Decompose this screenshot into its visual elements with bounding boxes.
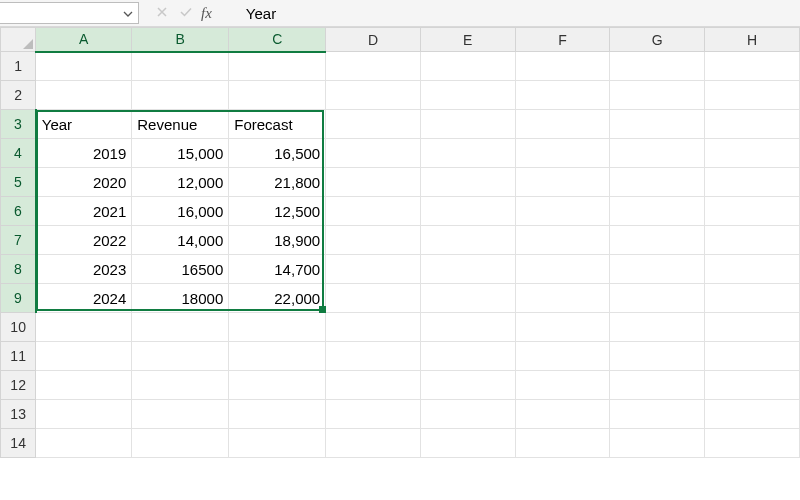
cell-D12[interactable] bbox=[326, 371, 421, 400]
cell-D4[interactable] bbox=[326, 139, 421, 168]
cell-H10[interactable] bbox=[705, 313, 800, 342]
cell-A14[interactable] bbox=[36, 429, 132, 458]
cell-C5[interactable]: 21,800 bbox=[229, 168, 326, 197]
cell-A12[interactable] bbox=[36, 371, 132, 400]
cell-D7[interactable] bbox=[326, 226, 421, 255]
cell-C2[interactable] bbox=[229, 81, 326, 110]
cell-G11[interactable] bbox=[610, 342, 705, 371]
cell-A6[interactable]: 2021 bbox=[36, 197, 132, 226]
cell-B9[interactable]: 18000 bbox=[132, 284, 229, 313]
cell-E11[interactable] bbox=[420, 342, 515, 371]
cell-D2[interactable] bbox=[326, 81, 421, 110]
cell-C7[interactable]: 18,900 bbox=[229, 226, 326, 255]
cell-F1[interactable] bbox=[515, 52, 610, 81]
cell-B11[interactable] bbox=[132, 342, 229, 371]
cell-F12[interactable] bbox=[515, 371, 610, 400]
cell-G14[interactable] bbox=[610, 429, 705, 458]
cell-A9[interactable]: 2024 bbox=[36, 284, 132, 313]
column-header-A[interactable]: A bbox=[36, 28, 132, 52]
row-header-12[interactable]: 12 bbox=[1, 371, 36, 400]
cell-D11[interactable] bbox=[326, 342, 421, 371]
cell-D5[interactable] bbox=[326, 168, 421, 197]
row-header-7[interactable]: 7 bbox=[1, 226, 36, 255]
cell-G2[interactable] bbox=[610, 81, 705, 110]
cell-F7[interactable] bbox=[515, 226, 610, 255]
cell-H4[interactable] bbox=[705, 139, 800, 168]
cell-E12[interactable] bbox=[420, 371, 515, 400]
row-header-3[interactable]: 3 bbox=[1, 110, 36, 139]
cell-A13[interactable] bbox=[36, 400, 132, 429]
cell-A4[interactable]: 2019 bbox=[36, 139, 132, 168]
cell-F4[interactable] bbox=[515, 139, 610, 168]
cell-G13[interactable] bbox=[610, 400, 705, 429]
cell-F10[interactable] bbox=[515, 313, 610, 342]
column-header-H[interactable]: H bbox=[705, 28, 800, 52]
cell-F8[interactable] bbox=[515, 255, 610, 284]
cell-F14[interactable] bbox=[515, 429, 610, 458]
cell-H7[interactable] bbox=[705, 226, 800, 255]
row-header-14[interactable]: 14 bbox=[1, 429, 36, 458]
cell-A2[interactable] bbox=[36, 81, 132, 110]
cell-H13[interactable] bbox=[705, 400, 800, 429]
column-header-E[interactable]: E bbox=[420, 28, 515, 52]
cell-E8[interactable] bbox=[420, 255, 515, 284]
cell-D10[interactable] bbox=[326, 313, 421, 342]
cell-H8[interactable] bbox=[705, 255, 800, 284]
cell-G4[interactable] bbox=[610, 139, 705, 168]
cell-D13[interactable] bbox=[326, 400, 421, 429]
cell-D6[interactable] bbox=[326, 197, 421, 226]
cell-H3[interactable] bbox=[705, 110, 800, 139]
cell-B1[interactable] bbox=[132, 52, 229, 81]
cell-G6[interactable] bbox=[610, 197, 705, 226]
cell-A1[interactable] bbox=[36, 52, 132, 81]
cell-D14[interactable] bbox=[326, 429, 421, 458]
cell-G3[interactable] bbox=[610, 110, 705, 139]
row-header-5[interactable]: 5 bbox=[1, 168, 36, 197]
cell-A8[interactable]: 2023 bbox=[36, 255, 132, 284]
cell-C8[interactable]: 14,700 bbox=[229, 255, 326, 284]
cell-E13[interactable] bbox=[420, 400, 515, 429]
cell-A10[interactable] bbox=[36, 313, 132, 342]
row-header-4[interactable]: 4 bbox=[1, 139, 36, 168]
column-header-D[interactable]: D bbox=[326, 28, 421, 52]
fx-icon[interactable]: fx bbox=[201, 5, 212, 22]
cell-E5[interactable] bbox=[420, 168, 515, 197]
cell-G10[interactable] bbox=[610, 313, 705, 342]
spreadsheet-grid[interactable]: ABCDEFGH123YearRevenueForecast4201915,00… bbox=[0, 27, 800, 458]
column-header-B[interactable]: B bbox=[132, 28, 229, 52]
cell-E6[interactable] bbox=[420, 197, 515, 226]
cell-C10[interactable] bbox=[229, 313, 326, 342]
cell-E9[interactable] bbox=[420, 284, 515, 313]
row-header-10[interactable]: 10 bbox=[1, 313, 36, 342]
cell-E10[interactable] bbox=[420, 313, 515, 342]
cell-H11[interactable] bbox=[705, 342, 800, 371]
cell-B13[interactable] bbox=[132, 400, 229, 429]
cell-E4[interactable] bbox=[420, 139, 515, 168]
cell-E1[interactable] bbox=[420, 52, 515, 81]
name-box-input[interactable] bbox=[0, 3, 138, 23]
select-all-corner[interactable] bbox=[1, 28, 36, 52]
cell-G7[interactable] bbox=[610, 226, 705, 255]
cell-B7[interactable]: 14,000 bbox=[132, 226, 229, 255]
row-header-1[interactable]: 1 bbox=[1, 52, 36, 81]
name-box-wrap[interactable] bbox=[0, 2, 139, 24]
cell-B4[interactable]: 15,000 bbox=[132, 139, 229, 168]
cell-D8[interactable] bbox=[326, 255, 421, 284]
cell-C1[interactable] bbox=[229, 52, 326, 81]
row-header-11[interactable]: 11 bbox=[1, 342, 36, 371]
column-header-G[interactable]: G bbox=[610, 28, 705, 52]
row-header-2[interactable]: 2 bbox=[1, 81, 36, 110]
cell-C12[interactable] bbox=[229, 371, 326, 400]
cell-C9[interactable]: 22,000 bbox=[229, 284, 326, 313]
cell-C4[interactable]: 16,500 bbox=[229, 139, 326, 168]
column-header-C[interactable]: C bbox=[229, 28, 326, 52]
cell-F11[interactable] bbox=[515, 342, 610, 371]
cell-C14[interactable] bbox=[229, 429, 326, 458]
cell-H1[interactable] bbox=[705, 52, 800, 81]
cell-H9[interactable] bbox=[705, 284, 800, 313]
cell-E7[interactable] bbox=[420, 226, 515, 255]
cell-H12[interactable] bbox=[705, 371, 800, 400]
cell-B2[interactable] bbox=[132, 81, 229, 110]
cell-E3[interactable] bbox=[420, 110, 515, 139]
column-header-F[interactable]: F bbox=[515, 28, 610, 52]
